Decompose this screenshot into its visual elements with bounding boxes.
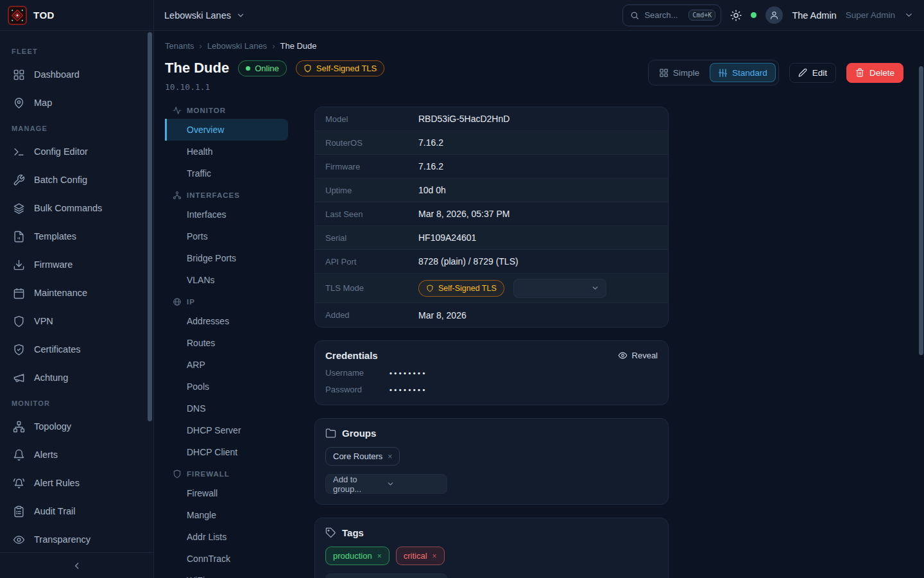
content-area: Tenants › Lebowski Lanes › The Dude The … xyxy=(154,31,924,578)
device-details-card: Model RBD53iG-5HacD2HnD RouterOS 7.16.2 … xyxy=(314,107,669,328)
sidebar-item-certificates[interactable]: Certificates xyxy=(0,335,153,363)
subnav-item-overview[interactable]: Overview xyxy=(165,119,288,141)
sidebar-collapse-button[interactable] xyxy=(0,552,153,578)
sidebar-item-firmware[interactable]: Firmware xyxy=(0,250,153,279)
subnav-item-dhcp-server[interactable]: DHCP Server xyxy=(165,419,288,441)
subnav-item-bridge-ports[interactable]: Bridge Ports xyxy=(165,247,288,269)
detail-row-last-seen: Last Seen Mar 8, 2026, 05:37 PM xyxy=(315,202,668,226)
add-tag-select[interactable]: Add tag... xyxy=(325,574,447,578)
topology-icon xyxy=(13,421,25,433)
sidebar-item-topology[interactable]: Topology xyxy=(0,412,153,441)
groups-title: Groups xyxy=(342,428,376,439)
view-mode-simple[interactable]: Simple xyxy=(651,63,707,82)
online-dot-icon xyxy=(246,66,250,71)
sidebar-item-config-editor[interactable]: Config Editor xyxy=(0,137,153,166)
sidebar-section-monitor: MONITOR xyxy=(0,392,153,412)
shield-outline-icon xyxy=(426,285,434,292)
remove-chip-icon[interactable]: × xyxy=(432,552,437,561)
delete-button[interactable]: Delete xyxy=(846,63,903,83)
tls-mode-badge: Self-Signed TLS xyxy=(418,280,504,297)
sidebar-item-alerts[interactable]: Alerts xyxy=(0,441,153,469)
subnav-item-interfaces[interactable]: Interfaces xyxy=(165,204,288,225)
chevron-left-icon xyxy=(72,561,82,571)
subnav-section-firewall: FIREWALL xyxy=(165,463,298,482)
clipboard-icon xyxy=(13,505,25,518)
sidebar-item-label: Alert Rules xyxy=(34,478,80,488)
eye-icon xyxy=(13,534,25,546)
download-icon xyxy=(13,259,25,271)
avatar[interactable] xyxy=(766,6,783,24)
breadcrumb-tenant[interactable]: Lebowski Lanes xyxy=(207,41,267,51)
group-chip-core-routers: Core Routers × xyxy=(325,447,400,466)
remove-chip-icon[interactable]: × xyxy=(377,552,382,561)
detail-row-added: Added Mar 8, 2026 xyxy=(315,303,668,327)
view-mode-standard[interactable]: Standard xyxy=(710,63,776,82)
device-ip: 10.10.1.1 xyxy=(165,82,384,92)
detail-row-model: Model RBD53iG-5HacD2HnD xyxy=(315,107,668,131)
content-scrollbar[interactable] xyxy=(919,66,923,355)
detail-row-routeros: RouterOS 7.16.2 xyxy=(315,131,668,155)
sidebar-item-templates[interactable]: Templates xyxy=(0,222,153,250)
detail-row-firmware: Firmware 7.16.2 xyxy=(315,155,668,179)
sidebar-item-label: Transparency xyxy=(34,534,90,545)
layers-icon xyxy=(13,202,25,215)
sidebar-item-maintenance[interactable]: Maintenance xyxy=(0,279,153,307)
reveal-button[interactable]: Reveal xyxy=(618,351,658,360)
tls-mode-select[interactable] xyxy=(513,279,606,298)
subnav-item-dhcp-client[interactable]: DHCP Client xyxy=(165,441,288,463)
sidebar-item-bulk-commands[interactable]: Bulk Commands xyxy=(0,194,153,222)
subnav-item-addr-lists[interactable]: Addr Lists xyxy=(165,526,288,548)
subnav-item-mangle[interactable]: Mangle xyxy=(165,504,288,526)
subnav-item-ports[interactable]: Ports xyxy=(165,225,288,247)
file-icon xyxy=(13,231,25,243)
sidebar-item-map[interactable]: Map xyxy=(0,89,153,117)
sidebar-scrollbar[interactable] xyxy=(148,32,152,421)
sidebar-item-label: Alerts xyxy=(34,450,58,460)
sidebar-item-label: Config Editor xyxy=(34,146,88,157)
subnav-item-routes[interactable]: Routes xyxy=(165,332,288,354)
subnav-item-wifi-partial[interactable]: WiFi xyxy=(165,570,288,578)
subnav-item-health[interactable]: Health xyxy=(165,141,288,162)
map-pin-icon xyxy=(13,97,25,109)
breadcrumb-tenants[interactable]: Tenants xyxy=(165,41,194,51)
edit-button[interactable]: Edit xyxy=(789,63,836,83)
subnav-item-vlans[interactable]: VLANs xyxy=(165,269,288,291)
detail-row-uptime: Uptime 10d 0h xyxy=(315,179,668,202)
search-placeholder: Search... xyxy=(644,10,683,20)
search-input[interactable]: Search... Cmd+K xyxy=(622,4,721,26)
sidebar-item-label: Certificates xyxy=(34,344,81,355)
sidebar-item-alert-rules[interactable]: Alert Rules xyxy=(0,469,153,497)
subnav-item-pools[interactable]: Pools xyxy=(165,376,288,398)
chevron-down-icon xyxy=(386,480,440,488)
sidebar-item-achtung[interactable]: Achtung xyxy=(0,363,153,392)
user-menu-chevron-down-icon[interactable] xyxy=(904,10,914,20)
topbar: Lebowski Lanes Search... Cmd+K The Admin… xyxy=(154,0,924,31)
sidebar-item-label: VPN xyxy=(34,316,53,326)
chevron-down-icon xyxy=(591,284,599,292)
tenant-selector[interactable]: Lebowski Lanes xyxy=(164,10,245,21)
subnav-item-firewall[interactable]: Firewall xyxy=(165,482,288,504)
subnav-item-conntrack[interactable]: ConnTrack xyxy=(165,548,288,570)
sidebar-item-batch-config[interactable]: Batch Config xyxy=(0,166,153,194)
credential-username-row: Username •••••••• xyxy=(325,368,658,378)
page-title: The Dude xyxy=(165,60,229,76)
subnav-item-arp[interactable]: ARP xyxy=(165,354,288,376)
grid-icon xyxy=(659,68,669,78)
credentials-title: Credentials xyxy=(325,350,378,361)
sidebar-item-dashboard[interactable]: Dashboard xyxy=(0,60,153,89)
sidebar-item-transparency[interactable]: Transparency xyxy=(0,525,153,554)
user-name: The Admin xyxy=(792,10,836,21)
sidebar-section-fleet: FLEET xyxy=(0,40,153,60)
subnav-item-addresses[interactable]: Addresses xyxy=(165,310,288,332)
sidebar-item-vpn[interactable]: VPN xyxy=(0,307,153,335)
sidebar-section-manage: MANAGE xyxy=(0,117,153,137)
subnav-item-traffic[interactable]: Traffic xyxy=(165,162,288,184)
remove-chip-icon[interactable]: × xyxy=(388,452,392,461)
theme-toggle-sun-icon[interactable] xyxy=(730,10,742,21)
subnav-item-dns[interactable]: DNS xyxy=(165,398,288,419)
add-to-group-select[interactable]: Add to group... xyxy=(325,474,447,494)
sidebar-item-audit-trail[interactable]: Audit Trail xyxy=(0,497,153,525)
brand-logo-icon xyxy=(8,6,27,25)
shield-outline-icon xyxy=(304,64,312,73)
eye-icon xyxy=(618,351,628,360)
